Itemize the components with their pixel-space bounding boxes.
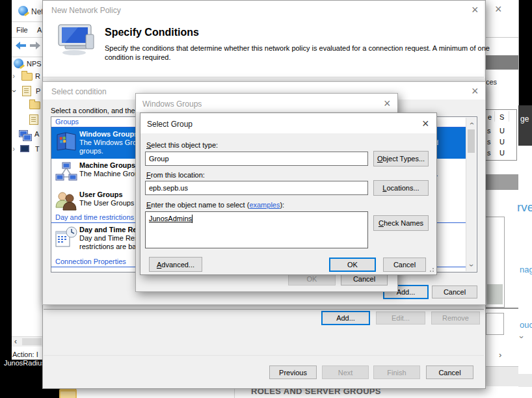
scroll-panel-fragment [485,217,505,308]
manage-menu-fragment: ge [518,105,532,146]
location-field[interactable]: epb.sepb.us [145,181,368,195]
forward-arrow-icon[interactable] [29,41,41,50]
select-group-dialog: Select Group × Select this object type: … [140,113,437,275]
chevron-down-icon[interactable]: › [517,336,527,338]
scroll-left-arrow-icon[interactable]: ‹ [14,337,17,346]
scrollbar-thumb[interactable] [468,129,475,153]
tree-item-templates-icon[interactable] [20,145,29,152]
object-type-field[interactable]: Group [145,152,368,166]
tree-item-radius-clients-icon[interactable] [21,73,33,81]
wizard-description: Specify the conditions that determine wh… [105,44,494,62]
tree-item-policies-icon[interactable] [22,86,31,96]
chevron-right-icon[interactable]: › [499,350,501,360]
wizard-header: New Network Policy × Specify Conditions … [43,1,484,77]
chevron-down-icon[interactable]: › [10,90,18,92]
machine-groups-icon [55,161,77,183]
close-icon[interactable]: × [422,118,429,129]
close-icon[interactable]: × [472,5,479,15]
close-icon[interactable]: × [472,86,479,96]
wizard-heading: Specify Conditions [105,27,199,38]
screen: { "colors":{"accent":"#0078d7","selectio… [0,0,532,398]
folder-icon[interactable] [59,389,77,398]
dialog-titlebar[interactable]: Select Group × [140,113,436,133]
scrollbar-thumb[interactable] [487,284,503,304]
link-fragment: ouc [520,320,532,330]
close-icon[interactable]: × [384,98,391,109]
tree-item-nps-root-icon[interactable] [14,59,23,68]
condition-list-scrollbar[interactable]: › › [466,118,476,271]
horizontal-scrollbar[interactable]: ‹ [12,336,42,347]
locations-button[interactable]: OCLocations... [373,180,429,196]
heading-fragment: rve [517,200,532,215]
chevron-right-icon[interactable]: › [12,72,15,80]
resize-grip[interactable] [427,265,434,272]
list-col-header: S [499,113,504,121]
scroll-down-arrow-icon[interactable]: › [467,261,476,271]
light-bar [485,366,518,386]
next-button[interactable]: Next [322,365,369,379]
finish-button[interactable]: Finish [373,365,420,379]
tree-item-templates[interactable]: T [35,145,40,153]
remove-condition-button[interactable]: Remove [431,312,480,325]
list-cell: U [499,127,505,135]
previous-button[interactable]: Previous [269,365,317,379]
tree-item-policies[interactable]: P [36,87,40,95]
nps-app-icon [18,6,28,16]
add-condition-button[interactable]: Add... [321,311,370,325]
folder-front [60,391,75,398]
tree-item-accounting[interactable]: A [34,130,39,138]
gray-section-bar [485,174,518,190]
background-close-icon[interactable]: × [495,4,502,14]
list-cell: s [487,138,491,146]
tree-item-nps-root[interactable]: NPS [27,60,42,68]
object-name-label: Enter the object name to select (example… [146,201,284,209]
user-groups-icon [55,191,77,213]
light-bar [518,374,532,387]
computer-icon [56,24,96,60]
windows-groups-icon [55,130,77,152]
manage-label-fragment: ge [520,114,529,124]
tree-item-connection-request-policies-icon[interactable] [29,101,40,109]
dashboard-fragment: rve nag ouc › [518,146,532,398]
list-cell: s [487,149,491,157]
text-caret [192,215,193,223]
dialog-title: Windows Groups [142,100,202,109]
object-name-textarea[interactable]: JunosAdmins [145,211,368,248]
menu-file[interactable]: File [16,26,28,34]
divider [485,308,518,309]
day-time-icon [55,226,77,248]
floating-policy-label: JunosRadius [4,359,46,367]
object-type-label: Select this object type: [146,141,218,149]
object-type-value: Group [149,155,169,163]
list-col-header: e [488,113,492,121]
select-condition-cancel-button[interactable]: Cancel [432,285,477,298]
object-name-value: JunosAdmins [149,215,192,222]
divider [509,111,509,122]
tree-item-radius-clients[interactable]: R [35,72,40,80]
list-cell: s [487,127,491,135]
examples-link[interactable]: examples [249,201,280,209]
back-arrow-icon[interactable] [15,41,27,50]
edit-condition-button[interactable]: Edit... [376,312,425,325]
list-cell: U [499,149,505,157]
object-types-button[interactable]: Object Types... [373,151,429,166]
dialog-title: Select Group [147,120,193,129]
menu-action-fragment[interactable]: A [37,26,42,34]
advanced-button[interactable]: Advanced... [149,257,202,272]
link-fragment: nag [520,265,532,274]
status-bar-fragment: Action: I [12,351,38,358]
divider [485,37,518,38]
select-group-cancel-button[interactable]: Cancel [383,258,426,272]
scrollbar-thumb[interactable] [22,338,42,345]
dialog-title[interactable]: New Network Policy [51,6,121,15]
wizard-cancel-button[interactable]: Cancel [426,365,473,379]
scroll-up-arrow-icon[interactable]: › [467,119,476,129]
dialog-titlebar[interactable]: Windows Groups × [136,94,397,112]
divider [494,111,495,122]
select-group-ok-button[interactable]: OK [329,258,376,272]
chevron-right-icon[interactable]: › [12,145,15,153]
policy-list-fragment: e S s U s U s U [485,109,517,161]
check-names-button[interactable]: Check Names [373,215,429,231]
tree-item-network-policies-icon[interactable] [29,114,38,125]
location-value: epb.sepb.us [149,184,188,192]
